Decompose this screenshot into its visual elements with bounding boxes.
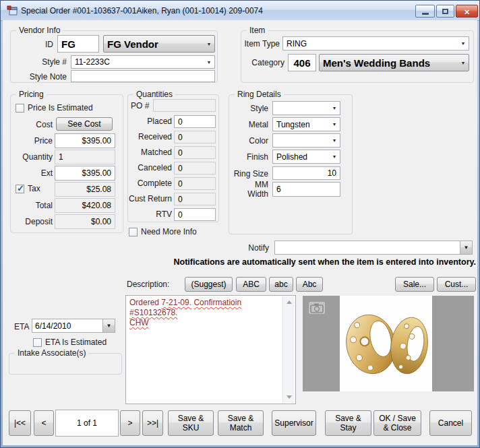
cust-button[interactable]: Cust...: [437, 277, 476, 292]
save-and-stay-button[interactable]: Save & Stay: [325, 410, 371, 436]
received-label: Received: [130, 132, 172, 141]
matched-field: 0: [174, 146, 216, 159]
cost-label: Cost: [19, 120, 53, 129]
ring-size-field[interactable]: 10: [272, 166, 340, 180]
maximize-button[interactable]: [436, 5, 454, 18]
price-is-estimated-checkbox[interactable]: [16, 104, 24, 113]
lowercase-button[interactable]: abc: [269, 277, 293, 292]
quantity-label: Quantity: [12, 152, 53, 162]
see-cost-button[interactable]: See Cost: [56, 117, 113, 131]
notification-note: Notifications are automatically sent whe…: [136, 257, 476, 267]
quantities-group-title: Quantities: [133, 90, 175, 100]
vendor-name-dropdown[interactable]: FG Vendor: [103, 35, 215, 53]
last-record-button[interactable]: >>|: [142, 410, 163, 436]
notify-label: Notify: [230, 243, 269, 253]
canceled-field: 0: [174, 162, 216, 174]
vendor-id-label: ID: [20, 40, 53, 49]
category-label: Category: [247, 58, 284, 67]
chevron-down-icon[interactable]: [329, 138, 340, 143]
chevron-down-icon[interactable]: [458, 41, 469, 46]
minimize-button[interactable]: [415, 5, 435, 18]
received-field: 0: [174, 131, 216, 143]
item-photo: [303, 296, 474, 391]
intake-associates-group: Intake Associate(s): [9, 353, 122, 375]
cancel-button[interactable]: Cancel: [429, 410, 472, 436]
save-and-match-button[interactable]: Save & Match: [218, 410, 264, 436]
ok-save-close-button[interactable]: OK / Save & Close: [373, 410, 421, 436]
placed-field[interactable]: 0: [174, 115, 216, 128]
item-group-title: Item: [247, 26, 268, 36]
finish-label: Finish: [214, 152, 268, 162]
uppercase-button[interactable]: ABC: [236, 277, 266, 292]
chevron-down-icon[interactable]: [460, 241, 472, 254]
supervisor-button[interactable]: Supervisor: [272, 410, 316, 436]
maximize-icon: [442, 9, 448, 14]
suggest-button[interactable]: (Suggest): [185, 277, 233, 292]
deposit-field: $0.00: [55, 214, 115, 229]
total-label: Total: [19, 201, 53, 210]
item-type-dropdown[interactable]: RING: [282, 36, 469, 51]
ring-style-dropdown[interactable]: [272, 101, 340, 115]
ring-size-label: Ring Size: [214, 169, 268, 179]
po-number-label: PO #: [131, 101, 149, 110]
chevron-down-icon[interactable]: [204, 42, 214, 46]
scroll-up-icon[interactable]: [283, 296, 295, 308]
style-note-field[interactable]: [71, 70, 215, 82]
matched-label: Matched: [130, 148, 172, 157]
record-position: 1 of 1: [55, 410, 119, 437]
tax-checkbox[interactable]: [16, 185, 24, 193]
chevron-down-icon[interactable]: [204, 60, 214, 65]
price-label: Price: [19, 136, 53, 146]
notify-dropdown[interactable]: [274, 241, 473, 255]
tax-label: Tax: [28, 184, 40, 193]
po-number-field: [153, 99, 216, 112]
intake-associates-title: Intake Associate(s): [15, 348, 88, 358]
color-label: Color: [214, 136, 268, 146]
camera-icon[interactable]: [308, 301, 326, 315]
finish-dropdown[interactable]: Polished: [272, 150, 340, 164]
first-record-button[interactable]: |<<: [9, 410, 31, 436]
eta-dropdown[interactable]: 6/14/2010: [32, 319, 115, 333]
need-more-info-label: Need More Info: [141, 227, 197, 236]
style-number-dropdown[interactable]: 11-2233C: [71, 55, 215, 69]
price-field[interactable]: $395.00: [55, 133, 115, 148]
quantity-field: 1: [55, 150, 115, 164]
propercase-button[interactable]: Abc: [296, 277, 323, 292]
complete-label: Complete: [130, 179, 172, 188]
chevron-down-icon[interactable]: [102, 319, 115, 332]
mm-width-field[interactable]: 6: [272, 182, 340, 197]
description-scrollbar[interactable]: [282, 296, 295, 403]
style-note-label: Style Note: [14, 72, 67, 82]
chevron-down-icon[interactable]: [458, 61, 469, 65]
close-icon: [464, 5, 470, 18]
minimize-icon: [422, 13, 429, 15]
need-more-info-checkbox[interactable]: [129, 228, 138, 236]
scroll-down-icon[interactable]: [283, 391, 295, 403]
sale-button[interactable]: Sale...: [395, 277, 434, 292]
chevron-down-icon[interactable]: [329, 106, 340, 110]
ext-field[interactable]: $395.00: [55, 166, 115, 181]
rtv-label: RTV: [130, 210, 172, 219]
title-bar[interactable]: Special Order #001-103637-001Aiken, Ryan…: [1, 1, 479, 21]
rtv-field[interactable]: 0: [174, 208, 216, 221]
category-code-field[interactable]: 406: [288, 54, 316, 71]
eta-is-estimated-label: ETA Is Estimated: [45, 338, 107, 347]
pricing-group-title: Pricing: [16, 90, 47, 100]
category-dropdown[interactable]: Men's Wedding Bands: [319, 54, 469, 71]
description-textarea[interactable]: Ordered 7-21-09. Confirmatioin #S1013267…: [125, 295, 296, 404]
ring-style-label: Style: [214, 104, 268, 113]
rings-image: [340, 296, 432, 391]
vendor-id-field[interactable]: FG: [57, 35, 99, 53]
canceled-label: Canceled: [130, 163, 172, 172]
chevron-down-icon[interactable]: [329, 154, 340, 159]
ring-details-group-title: Ring Details: [235, 90, 284, 100]
save-and-sku-button[interactable]: Save & SKU: [168, 410, 214, 436]
description-label: Description:: [127, 280, 169, 289]
eta-is-estimated-checkbox[interactable]: [33, 338, 42, 347]
chevron-down-icon[interactable]: [329, 122, 340, 127]
next-record-button[interactable]: >: [120, 410, 140, 436]
color-dropdown[interactable]: [272, 133, 340, 148]
metal-dropdown[interactable]: Tungsten: [272, 117, 340, 131]
close-button[interactable]: [456, 5, 478, 18]
previous-record-button[interactable]: <: [34, 410, 54, 436]
